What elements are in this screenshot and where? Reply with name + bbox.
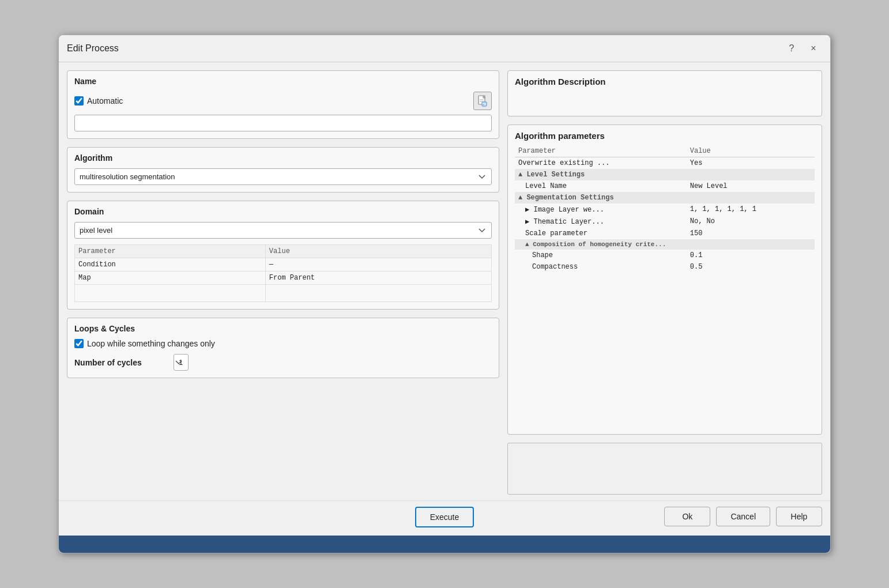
level-settings-row: ▲ Level Settings (515, 169, 815, 180)
segmentation-settings-row: ▲ Segmentation Settings (515, 192, 815, 203)
algorithm-section: Algorithm multiresolution segmentation (67, 147, 499, 193)
ok-button[interactable]: Ok (664, 507, 710, 526)
domain-params-table: Parameter Value Condition — Map From Par… (74, 244, 492, 302)
image-layer-row: ▶ Image Layer we... 1, 1, 1, 1, 1, 1 (515, 203, 815, 216)
notes-box (507, 443, 822, 495)
title-bar-right: ? × (783, 40, 822, 57)
scale-param-label: Scale parameter (515, 228, 687, 239)
algo-params-title: Algorithm parameters (515, 131, 815, 141)
algorithm-select-wrapper: multiresolution segmentation (74, 168, 492, 185)
params-header-row: Parameter Value (515, 145, 815, 157)
params-value-header: Value (687, 145, 815, 157)
loops-section: Loops & Cycles Loop while something chan… (67, 318, 499, 378)
domain-table-header: Parameter Value (75, 245, 492, 258)
domain-select[interactable]: pixel level (74, 222, 492, 239)
loops-section-label: Loops & Cycles (74, 324, 492, 333)
overwrite-value: Yes (687, 157, 815, 169)
help-footer-button[interactable]: Help (776, 507, 822, 526)
domain-select-wrapper: pixel level (74, 222, 492, 239)
compactness-label: Compactness (515, 261, 687, 273)
domain-map-label: Map (75, 272, 266, 285)
level-settings-label: ▲ Level Settings (515, 169, 815, 180)
name-row: Automatic + (74, 92, 492, 110)
compactness-row: Compactness 0.5 (515, 261, 815, 273)
automatic-label: Automatic (87, 96, 123, 105)
scale-param-row: Scale parameter 150 (515, 228, 815, 239)
execute-button[interactable]: Execute (415, 507, 474, 527)
compactness-value: 0.5 (687, 261, 815, 273)
file-icon: + (477, 95, 488, 107)
domain-param-header: Parameter (75, 245, 266, 258)
image-layer-value: 1, 1, 1, 1, 1, 1 (687, 203, 815, 216)
edit-process-dialog: Edit Process ? × Name Automatic (58, 35, 831, 553)
overwrite-row: Overwrite existing ... Yes (515, 157, 815, 169)
file-icon-button[interactable]: + (473, 92, 492, 110)
overwrite-label: Overwrite existing ... (515, 157, 687, 169)
automatic-checkbox[interactable] (74, 96, 84, 105)
algo-desc-title: Algorithm Description (515, 77, 815, 86)
level-name-row: Level Name New Level (515, 180, 815, 192)
dialog-body: Name Automatic + (59, 62, 830, 500)
image-layer-label: ▶ Image Layer we... (515, 203, 687, 216)
cancel-button[interactable]: Cancel (716, 507, 770, 526)
algorithm-section-label: Algorithm (74, 153, 492, 163)
composition-row: ▲ Composition of homogeneity crite... (515, 239, 815, 250)
left-panel: Name Automatic + (67, 70, 499, 495)
shape-label: Shape (515, 250, 687, 261)
title-bar: Edit Process ? × (59, 35, 830, 62)
segmentation-settings-label: ▲ Segmentation Settings (515, 192, 815, 203)
composition-label: ▲ Composition of homogeneity crite... (515, 239, 815, 250)
bottom-bar (59, 536, 830, 553)
domain-condition-value: — (265, 258, 491, 272)
cycles-label: Number of cycles (74, 358, 167, 367)
right-panel: Algorithm Description Algorithm paramete… (507, 70, 822, 495)
shape-row: Shape 0.1 (515, 250, 815, 261)
domain-section: Domain pixel level Parameter Value Condi… (67, 201, 499, 310)
scale-param-value: 150 (687, 228, 815, 239)
params-param-header: Parameter (515, 145, 687, 157)
close-button[interactable]: × (805, 40, 822, 57)
domain-map-row: Map From Parent (75, 272, 492, 285)
footer-right-buttons: Ok Cancel Help (664, 507, 822, 526)
cycles-select-wrapper: 1 (174, 354, 492, 371)
domain-section-label: Domain (74, 207, 492, 216)
domain-condition-label: Condition (75, 258, 266, 272)
automatic-checkbox-row: Automatic (74, 96, 123, 105)
domain-value-header: Value (265, 245, 491, 258)
thematic-layer-label: ▶ Thematic Layer... (515, 216, 687, 228)
level-name-label: Level Name (515, 180, 687, 192)
name-section-label: Name (74, 77, 492, 86)
name-input[interactable]: 10 [shape:0.1 compct.:0.5] creating 'New… (74, 115, 492, 131)
algo-description-box: Algorithm Description (507, 70, 822, 116)
dialog-title: Edit Process (67, 43, 119, 54)
domain-empty-row (75, 285, 492, 302)
dialog-footer: Execute Ok Cancel Help (59, 500, 830, 536)
loop-checkbox-row: Loop while something changes only (74, 339, 492, 348)
loop-checkbox[interactable] (74, 339, 84, 348)
domain-map-value: From Parent (265, 272, 491, 285)
thematic-layer-row: ▶ Thematic Layer... No, No (515, 216, 815, 228)
algo-params-table: Parameter Value Overwrite existing ... Y… (515, 145, 815, 273)
algo-params-box: Algorithm parameters Parameter Value Ove… (507, 125, 822, 435)
level-name-value: New Level (687, 180, 815, 192)
title-bar-left: Edit Process (67, 43, 119, 54)
domain-condition-row: Condition — (75, 258, 492, 272)
algorithm-select[interactable]: multiresolution segmentation (74, 168, 492, 185)
name-section: Name Automatic + (67, 70, 499, 139)
shape-value: 0.1 (687, 250, 815, 261)
help-button[interactable]: ? (783, 40, 800, 57)
cycles-select[interactable]: 1 (174, 354, 189, 371)
cycles-row: Number of cycles 1 (74, 354, 492, 371)
thematic-layer-value: No, No (687, 216, 815, 228)
svg-text:+: + (483, 103, 485, 106)
loop-label: Loop while something changes only (87, 339, 215, 348)
